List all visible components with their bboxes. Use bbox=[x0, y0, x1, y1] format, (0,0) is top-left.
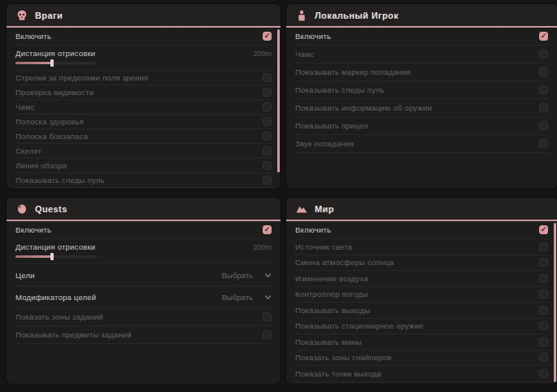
setting-label: Включить bbox=[15, 225, 51, 234]
setting-row-checkbox: Показать зоны заданий bbox=[15, 308, 272, 326]
checkbox[interactable] bbox=[539, 121, 548, 130]
slider[interactable] bbox=[15, 62, 97, 64]
setting-row-checkbox: Показывать прицел bbox=[294, 117, 549, 135]
checkbox[interactable] bbox=[539, 68, 548, 76]
checkbox[interactable] bbox=[539, 274, 548, 283]
slider-handle[interactable] bbox=[50, 59, 54, 67]
setting-label: Показывать маркер попадания bbox=[295, 68, 411, 76]
setting-label: Показать зоны заданий bbox=[15, 312, 103, 321]
setting-label: Показывать следы пуль bbox=[295, 85, 385, 94]
checkbox[interactable] bbox=[539, 321, 548, 330]
checkbox[interactable] bbox=[263, 117, 272, 126]
setting-label: Показывать стационарное оружие bbox=[295, 321, 424, 330]
mountain-icon bbox=[296, 203, 307, 215]
dropdown[interactable]: Выбрать bbox=[222, 293, 272, 302]
dropdown-value: Выбрать bbox=[222, 293, 253, 302]
setting-row-checkbox: Показывать мины bbox=[294, 334, 549, 351]
setting-row-checkbox: Скелет bbox=[15, 144, 272, 159]
setting-row-checkbox: Контроллер погоды bbox=[294, 287, 549, 303]
checkbox[interactable] bbox=[263, 73, 272, 82]
panel-enemies: Враги Включить ✓ Дистанция отрисовки 200… bbox=[7, 4, 281, 189]
panel-title: Quests bbox=[35, 204, 67, 214]
setting-row-checkbox: Показать точки выхода bbox=[294, 366, 549, 382]
checkbox[interactable] bbox=[539, 50, 548, 59]
checkbox[interactable] bbox=[263, 312, 272, 321]
setting-label: Полоска здоровья bbox=[15, 117, 84, 126]
checkbox[interactable] bbox=[263, 132, 272, 141]
slider[interactable] bbox=[15, 255, 97, 258]
setting-label: Включить bbox=[295, 225, 331, 234]
setting-label: Полоска боезапаса bbox=[15, 132, 88, 141]
setting-row-checkbox: Показывать маркер попадания bbox=[294, 63, 549, 81]
checkbox[interactable] bbox=[539, 242, 548, 251]
checkbox[interactable]: ✓ bbox=[263, 32, 272, 41]
setting-label: Чамс bbox=[15, 102, 35, 111]
panel-header: Враги bbox=[7, 4, 281, 26]
panel-world: Мир Включить ✓ Источник света Смена атмо… bbox=[286, 198, 557, 384]
setting-row-checkbox: Показывать выходы bbox=[294, 303, 549, 319]
setting-row-checkbox: Полоска здоровья bbox=[15, 115, 272, 129]
setting-row-checkbox: Включить ✓ bbox=[15, 28, 272, 46]
setting-label: Смена атмосферы солнца bbox=[295, 258, 394, 267]
setting-label: Контроллер погоды bbox=[295, 290, 368, 298]
setting-row-slider: Дистанция отрисовки 200m bbox=[15, 239, 272, 264]
checkbox[interactable] bbox=[263, 161, 272, 170]
setting-row-dropdown: Модификатора целей Выбрать bbox=[15, 286, 272, 308]
settings-page: Враги Включить ✓ Дистанция отрисовки 200… bbox=[0, 0, 557, 392]
setting-label: Включить bbox=[295, 32, 331, 41]
dropdown-value: Выбрать bbox=[222, 271, 253, 280]
checkbox[interactable] bbox=[263, 88, 272, 97]
checkbox[interactable] bbox=[539, 139, 548, 148]
checkbox[interactable] bbox=[539, 353, 548, 362]
setting-row-checkbox: Показывать стационарное оружие bbox=[294, 319, 549, 335]
setting-label: Показывать следы пуль bbox=[15, 176, 105, 185]
checkbox[interactable] bbox=[539, 258, 548, 267]
chevron-down-icon bbox=[264, 272, 272, 279]
scrollbar[interactable] bbox=[554, 223, 556, 382]
checkbox[interactable] bbox=[263, 176, 272, 185]
scrollbar[interactable] bbox=[277, 29, 280, 172]
setting-row-checkbox: Чамс bbox=[15, 100, 272, 115]
setting-row-checkbox: Показывать следы пуль bbox=[15, 173, 272, 188]
setting-row-checkbox: Источник света bbox=[294, 239, 549, 255]
quest-marker-icon bbox=[16, 203, 28, 215]
skull-icon bbox=[16, 10, 28, 21]
setting-row-checkbox: Линия обзора bbox=[15, 159, 272, 173]
checkbox[interactable] bbox=[539, 103, 548, 112]
setting-label: Включить bbox=[15, 32, 51, 41]
checkbox[interactable]: ✓ bbox=[539, 225, 548, 234]
setting-row-checkbox: Включить ✓ bbox=[15, 221, 272, 239]
checkbox[interactable] bbox=[263, 330, 272, 339]
setting-label: Дистанция отрисовки bbox=[15, 49, 95, 58]
checkbox[interactable] bbox=[263, 146, 272, 155]
setting-label: Стрелки за пределами поля зрения bbox=[15, 73, 148, 82]
slider-fill bbox=[15, 62, 52, 64]
checkbox[interactable]: ✓ bbox=[263, 225, 272, 234]
checkbox[interactable]: ✓ bbox=[539, 32, 548, 41]
panel-header: Quests bbox=[7, 198, 281, 220]
setting-label: Изменение воздуха bbox=[295, 274, 368, 283]
dropdown[interactable]: Выбрать bbox=[222, 271, 272, 280]
slider-fill bbox=[15, 255, 52, 258]
checkbox[interactable] bbox=[539, 338, 548, 346]
panel-local-player: Локальный Игрок Включить ✓ Чамс Показыва… bbox=[286, 4, 557, 189]
checkbox[interactable] bbox=[539, 290, 548, 298]
chevron-down-icon bbox=[264, 294, 272, 301]
checkbox[interactable] bbox=[539, 85, 548, 94]
checkbox[interactable] bbox=[539, 306, 548, 315]
setting-label: Звук попадания bbox=[295, 139, 354, 148]
setting-row-checkbox: Проверка видимости bbox=[15, 85, 272, 100]
setting-row-checkbox: Чамс bbox=[294, 46, 549, 63]
setting-label: Показывать мины bbox=[295, 338, 362, 346]
slider-handle[interactable] bbox=[50, 253, 54, 260]
setting-row-dropdown: Цели Выбрать bbox=[15, 264, 272, 286]
setting-row-checkbox: Показывать предметы заданий bbox=[15, 326, 272, 344]
setting-label: Показывать информацию об оружии bbox=[295, 103, 432, 112]
setting-row-checkbox: Полоска боезапаса bbox=[15, 129, 272, 144]
checkbox[interactable] bbox=[539, 369, 548, 378]
setting-row-checkbox: Включить ✓ bbox=[294, 28, 549, 46]
panel-title: Враги bbox=[35, 11, 63, 20]
checkbox[interactable] bbox=[263, 102, 272, 111]
setting-row-checkbox: Смена атмосферы солнца bbox=[294, 255, 549, 272]
setting-label: Показать зоны снайперов bbox=[295, 353, 392, 362]
